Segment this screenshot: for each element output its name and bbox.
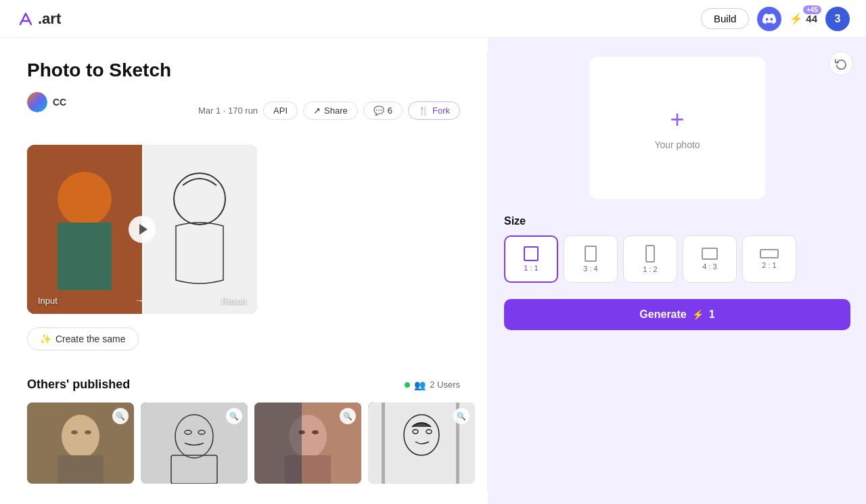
meta-buttons: Mar 1 · 170 run API ↗ Share 💬 6 🍴 Fork [198, 101, 460, 120]
others-item[interactable]: 🔍 [27, 403, 134, 484]
demo-container: Input → Result [27, 145, 257, 314]
arrow-icon: → [135, 295, 144, 306]
demo-result-side [142, 145, 257, 314]
zoom-icon-2: 🔍 [226, 408, 242, 424]
discord-button[interactable] [757, 7, 781, 31]
input-label: Input [38, 296, 58, 306]
page-title: Photo to Sketch [27, 60, 460, 81]
author-avatar [27, 92, 47, 112]
size-section: Size 1 : 1 3 : 4 [504, 215, 850, 283]
svg-point-4 [91, 198, 99, 203]
demo-image: Input → Result [27, 145, 257, 314]
right-panel: + Your photo Size 1 : 1 3 : 4 [488, 38, 866, 504]
logo-icon [16, 9, 35, 28]
build-button[interactable]: Build [701, 8, 749, 29]
comments-button[interactable]: 💬 6 [363, 101, 403, 120]
author-name: CC [53, 97, 66, 108]
others-grid: 🔍 🔍 [27, 403, 460, 484]
size-ratio-1-1: 1 : 1 [524, 264, 538, 272]
svg-rect-1 [27, 145, 142, 185]
upload-area[interactable]: + Your photo [589, 57, 765, 199]
svg-point-5 [79, 209, 90, 216]
input-face-svg [27, 145, 142, 314]
share-button[interactable]: ↗ Share [303, 101, 358, 120]
size-ratio-4-3: 4 : 3 [702, 262, 716, 271]
comment-icon: 💬 [373, 106, 384, 116]
generate-label: Generate [639, 308, 686, 321]
share-icon: ↗ [313, 106, 321, 116]
logo-text: .art [38, 10, 61, 28]
demo-input-side [27, 145, 142, 314]
generate-lightning-icon: ⚡ [692, 309, 704, 320]
zoom-icon-3: 🔍 [340, 408, 356, 424]
svg-point-11 [205, 197, 214, 204]
svg-point-2 [59, 175, 110, 236]
lightning-icon: ⚡ [790, 12, 803, 25]
credits-plus-badge: +45 [803, 5, 821, 14]
size-option-1-2[interactable]: 1 : 2 [623, 235, 677, 283]
others-section: Others' published 👥 2 Users [27, 377, 460, 484]
size-label: Size [504, 215, 850, 227]
left-panel: Photo to Sketch CC Mar 1 · 170 run API ↗… [0, 38, 487, 504]
size-option-4-3[interactable]: 4 : 3 [683, 235, 737, 283]
zoom-icon-1: 🔍 [112, 408, 129, 424]
generate-button[interactable]: Generate ⚡ 1 [504, 299, 850, 330]
size-options: 1 : 1 3 : 4 1 : 2 [504, 235, 850, 283]
author-row: CC [27, 92, 66, 112]
size-ratio-1-2: 1 : 2 [643, 265, 657, 273]
size-option-3-4[interactable]: 3 : 4 [564, 235, 618, 283]
others-item[interactable]: 🔍 [368, 403, 475, 484]
create-same-button[interactable]: ✨ Create the same [27, 327, 139, 350]
svg-rect-17 [58, 455, 104, 484]
zoom-icon-4: 🔍 [453, 408, 470, 424]
online-dot [405, 382, 410, 388]
main-content: Photo to Sketch CC Mar 1 · 170 run API ↗… [0, 38, 866, 504]
others-item[interactable]: 🔍 [141, 403, 248, 484]
svg-point-9 [174, 175, 225, 236]
upload-plus-icon: + [670, 106, 684, 134]
svg-rect-33 [382, 403, 385, 484]
svg-point-15 [71, 430, 78, 434]
logo[interactable]: .art [16, 9, 61, 28]
svg-rect-7 [61, 233, 108, 294]
size-icon-1-1 [524, 246, 539, 261]
size-ratio-2-1: 2 : 1 [762, 261, 776, 269]
size-icon-2-1 [760, 249, 779, 258]
credits-badge[interactable]: +45 ⚡ 44 [790, 12, 817, 25]
fork-icon: 🍴 [418, 106, 429, 116]
others-header: Others' published 👥 2 Users [27, 377, 460, 392]
create-same-icon: ✨ [40, 334, 51, 344]
svg-point-14 [62, 415, 99, 458]
size-option-1-1[interactable]: 1 : 1 [504, 235, 558, 283]
header-right: Build +45 ⚡ 44 3 [701, 7, 850, 31]
size-option-2-1[interactable]: 2 : 1 [742, 235, 796, 283]
size-icon-1-2 [645, 245, 655, 262]
others-item[interactable]: 🔍 [254, 403, 361, 484]
demo-labels: Input → Result [27, 295, 257, 306]
size-icon-3-4 [585, 246, 597, 262]
user-avatar[interactable]: 3 [825, 7, 850, 31]
fork-button[interactable]: 🍴 Fork [408, 101, 460, 120]
users-icon: 👥 [414, 380, 426, 390]
discord-icon [762, 14, 776, 24]
result-label: Result [221, 296, 246, 306]
result-sketch-svg [142, 145, 257, 314]
size-icon-4-3 [702, 248, 718, 260]
svg-point-10 [188, 197, 198, 204]
api-button[interactable]: API [263, 101, 298, 120]
play-button[interactable] [129, 216, 156, 243]
svg-rect-0 [27, 145, 142, 314]
users-count: 2 Users [430, 380, 460, 390]
svg-rect-8 [142, 145, 257, 314]
meta-date: Mar 1 · 170 run [198, 106, 258, 116]
svg-rect-28 [254, 403, 302, 484]
online-indicator: 👥 2 Users [405, 380, 460, 390]
header: .art Build +45 ⚡ 44 3 [0, 0, 866, 38]
history-button[interactable] [829, 51, 853, 76]
svg-point-16 [85, 430, 91, 434]
generate-credits: 1 [709, 308, 715, 321]
upload-label: Your photo [654, 139, 700, 150]
history-icon [835, 58, 847, 70]
others-title: Others' published [27, 377, 130, 392]
svg-point-26 [312, 430, 319, 434]
